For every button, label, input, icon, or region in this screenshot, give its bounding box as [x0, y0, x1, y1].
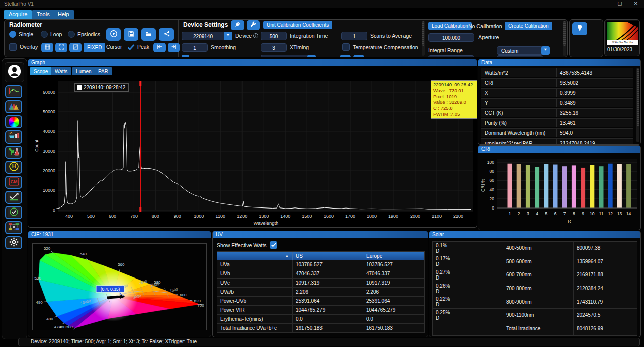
uv-row-us: 47046.337 [293, 269, 363, 278]
clipped-start-input[interactable] [428, 55, 474, 57]
spectrum-chart[interactable]: 4005006007008009001000110012001300140015… [28, 75, 477, 227]
unit-calibration-coefficients-button[interactable]: Unit Calibration Coefficients [263, 21, 332, 29]
sidebar-item-workflow[interactable] [5, 221, 22, 234]
connect-device-button[interactable] [231, 20, 244, 30]
sidebar-item-settings-gear[interactable] [5, 236, 22, 249]
overlay-checkbox[interactable] [9, 43, 17, 51]
radiometer-section: Radiometer Single Loop Epsiodics Overlay… [5, 20, 179, 57]
device-select[interactable]: 2209140 [182, 32, 232, 40]
minimize-button[interactable]: – [599, 1, 609, 8]
tab-lumen[interactable]: Lumen [72, 67, 96, 75]
uv-row: Erythema-Te(mins)0.00.0 [217, 315, 424, 324]
solar-row: 0.27%D600-700nm2169171.88 [433, 268, 637, 282]
maximize-button[interactable]: ▢ [615, 1, 625, 8]
xtiming-input[interactable]: 3 [261, 43, 287, 52]
acquire-play-button[interactable] [106, 28, 121, 41]
data-scrollbar[interactable] [636, 68, 639, 142]
clipped-end-input[interactable] [497, 55, 543, 57]
svg-text:60: 60 [490, 178, 495, 183]
info-icon[interactable] [253, 32, 259, 41]
save-button[interactable] [124, 28, 138, 41]
cri-bar-R1 [508, 164, 512, 208]
svg-text:5: 5 [545, 211, 547, 216]
mode-radio-loop[interactable] [41, 31, 48, 38]
menu-tab-acquire[interactable]: Acquire [4, 10, 32, 19]
solar-table: 0.1%D400-500nm800097.380.17%D500-600nm13… [432, 241, 637, 336]
fullscale-button[interactable] [55, 43, 67, 52]
uv-panel: UV Show Effective Watts USEuropeUVa10378… [212, 231, 428, 337]
cie-chromaticity-diagram[interactable]: 3804604704804905005205405605806006207001… [33, 244, 206, 330]
create-calibration-button[interactable]: Create Calibration [505, 22, 552, 30]
temperature-compensation-checkbox[interactable] [342, 43, 350, 51]
arrow-bar-right-icon [170, 43, 177, 52]
uv-header-europe[interactable]: Europe [363, 252, 424, 260]
clipped-dropdown[interactable] [261, 55, 316, 57]
data-row-label: Y [481, 99, 557, 107]
svg-text:2000: 2000 [410, 214, 420, 219]
solar-row-band: 900-1100nm [503, 309, 574, 322]
grid-view-button[interactable] [41, 43, 53, 52]
sidebar-item-plant-flask[interactable] [5, 146, 22, 159]
device-tools-button[interactable] [247, 20, 260, 30]
data-panel: Data Watts/m^24367535.4143CRI93.5002X0.3… [478, 59, 641, 145]
chevron-down-icon[interactable] [224, 32, 232, 40]
tab-watts[interactable]: Watts [51, 67, 71, 75]
data-table: Watts/m^24367535.4143CRI93.5002X0.3999Y0… [481, 68, 633, 145]
scans-to-average-input[interactable]: 1 [341, 32, 367, 40]
sidebar-item-spectra-colors[interactable] [5, 100, 22, 113]
sidebar-item-gauge-check[interactable] [5, 206, 22, 219]
uv-row-europe: 1044765.279 [363, 306, 424, 314]
sidebar-item-horticulture-h[interactable]: H [5, 161, 22, 174]
zoom-region-button[interactable] [69, 43, 82, 52]
peak-checkbox[interactable] [127, 43, 135, 53]
load-calibration-button[interactable]: Load Calibration [428, 22, 472, 30]
integral-range-select[interactable]: Custom [497, 46, 550, 55]
tab-par[interactable]: PAR [94, 67, 112, 75]
sidebar-item-scope-chart[interactable] [5, 85, 22, 98]
menu-tab-tools[interactable]: Tools [32, 10, 54, 19]
cri-bar-R11 [599, 166, 604, 208]
chevron-down-icon[interactable] [541, 46, 550, 55]
clipped-checkbox[interactable] [182, 55, 189, 57]
clipped-button-2[interactable] [353, 55, 364, 57]
close-button[interactable]: ✕ [631, 1, 641, 8]
uv-sort-header[interactable] [217, 252, 293, 260]
brand-panel: ✳StellarNet Inc 01/30/2023 [604, 19, 640, 56]
data-row: CRI93.5002 [481, 78, 633, 87]
open-button[interactable] [141, 28, 156, 41]
calibration-scrollbar[interactable] [563, 21, 566, 56]
tab-scope[interactable]: Scope [30, 67, 52, 75]
uv-row-us: 25391.064 [293, 297, 363, 305]
mode-radio-single[interactable] [9, 31, 16, 38]
sidebar-item-lab-analysis[interactable] [5, 130, 22, 144]
lamp-button[interactable] [572, 22, 587, 35]
fixed-button[interactable]: FIXED [84, 43, 105, 52]
menu-tab-help[interactable]: Help [53, 10, 74, 19]
sort-asc-icon [285, 254, 289, 258]
sidebar-item-color-match-cm[interactable]: CM [5, 176, 22, 189]
device-settings-scrollbar[interactable] [422, 21, 425, 56]
mode-radio-epsiodics[interactable] [68, 31, 75, 38]
data-row-label: Dominant Wavelength (nm) [481, 129, 557, 137]
svg-text:0: 0 [53, 207, 55, 213]
integration-time-input[interactable]: 500 [261, 32, 287, 40]
graph-panel-header: Graph [28, 59, 477, 66]
svg-text:20000: 20000 [43, 168, 55, 173]
sidebar-item-color-wheel[interactable] [5, 115, 22, 128]
solar-row: 0.26%D700-800nm2120384.24 [433, 282, 637, 296]
uv-table-header: USEurope [217, 252, 424, 260]
share-button[interactable] [159, 28, 174, 41]
sidebar-item-export-check[interactable] [5, 191, 22, 204]
uv-row-label: Power VIR [217, 306, 293, 314]
show-effective-watts-checkbox[interactable] [270, 241, 277, 249]
uv-header-us[interactable]: US [293, 252, 363, 260]
svg-text:3: 3 [527, 211, 529, 216]
user-avatar-button[interactable] [5, 62, 24, 82]
uv-row-label: Power-UVb [217, 297, 293, 305]
smoothing-input[interactable]: 1 [182, 43, 208, 52]
peak-next-button[interactable] [168, 43, 180, 52]
aperture-input[interactable]: 100.000 [428, 33, 474, 42]
peak-prev-button[interactable] [153, 43, 166, 52]
clipped-button-1[interactable] [340, 55, 351, 57]
data-row-value: 93.5002 [557, 79, 633, 87]
